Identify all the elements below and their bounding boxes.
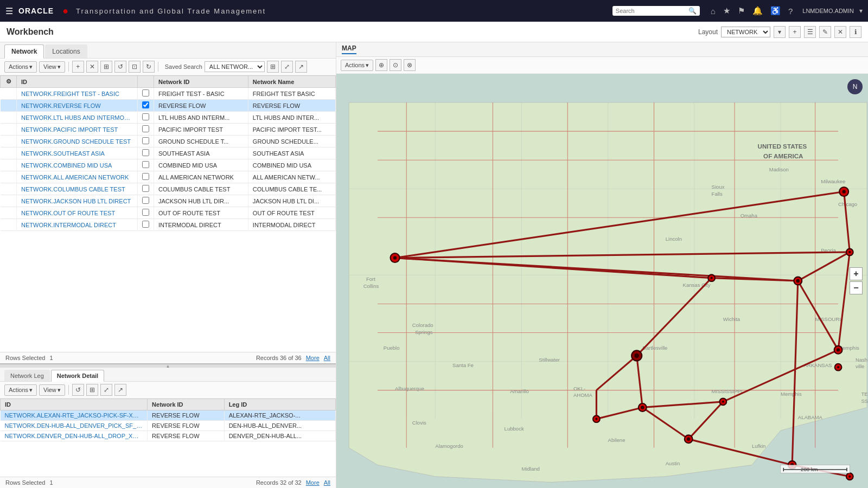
map-tool-1[interactable]: ⊕ [375,59,387,71]
table-row[interactable]: NETWORK.OUT OF ROUTE TEST OUT OF ROUTE T… [1,207,336,219]
hamburger-icon[interactable]: ☰ [5,6,13,16]
table-row[interactable]: NETWORK.INTERMODAL DIRECT INTERMODAL DIR… [1,219,336,231]
row-checkbox[interactable] [137,147,154,159]
save-button[interactable]: ↻ [143,61,155,73]
tab-network-detail[interactable]: Network Detail [51,370,104,382]
bottom-table-button[interactable]: ⊞ [86,384,98,396]
workbench-title: Workbench [7,27,54,37]
table-view-button[interactable]: ⊞ [267,61,279,73]
tab-locations[interactable]: Locations [45,44,87,58]
row-expand-icon [1,124,17,136]
right-panel: MAP Actions ▾ ⊕ ⊙ ⊗ [336,42,868,488]
add-layout-button[interactable]: + [789,26,801,38]
map-area[interactable]: UNITED STATES OF AMERICA Sioux Falls Mad… [336,74,868,488]
table-row[interactable]: NETWORK.ALEXAN-RTE_JACKSO-PICK-SF-XDxNE.… [1,410,336,421]
bottom-export-button[interactable]: ↗ [114,384,126,396]
table-row[interactable]: NETWORK.COLUMBUS CABLE TEST COLUMBUS CAB… [1,183,336,195]
export-button[interactable]: ↗ [295,61,307,73]
saved-search-select[interactable]: ALL NETWOR... [205,61,265,72]
svg-point-90 [848,251,851,253]
edit-button[interactable]: ⊞ [100,61,112,73]
table-row[interactable]: NETWORK.SOUTHEAST ASIA SOUTHEAST ASIA SO… [1,147,336,159]
row-checkbox[interactable] [137,219,154,231]
row-checkbox[interactable] [137,207,154,219]
row-network-id: OUT OF ROUTE TEST [154,207,248,219]
add-button[interactable]: + [72,61,84,73]
chevron-down-layout-icon[interactable]: ▾ [774,26,786,38]
bottom-more-link[interactable]: More [306,479,320,486]
table-row[interactable]: NETWORK.COMBINED MID USA COMBINED MID US… [1,159,336,171]
table-row[interactable]: NETWORK.ALL AMERICAN NETWORK ALL AMERICA… [1,171,336,183]
map-tab-label[interactable]: MAP [342,44,356,54]
row-expand-icon [1,100,17,112]
chevron-down-icon[interactable]: ▾ [859,7,863,15]
search-bar[interactable]: 🔍 [612,6,700,16]
row-checkbox[interactable] [137,159,154,171]
all-link[interactable]: All [324,355,330,361]
table-row[interactable]: NETWORK.LTL HUBS AND INTERMODAL LTL HUBS… [1,112,336,124]
row-network-name: FREIGHT TEST BASIC [248,88,335,100]
row-checkbox[interactable] [137,100,154,112]
row-network-name: GROUND SCHEDULE... [248,136,335,147]
map-actions-button[interactable]: Actions ▾ [341,60,373,71]
nav-icons: ⌂ ★ ⚑ 🔔 ♿ ? [711,6,793,16]
table-row[interactable]: NETWORK.DEN-HUB-ALL_DENVER_PICK_SF_XDx..… [1,421,336,431]
tab-network[interactable]: Network [4,44,44,59]
row-network-name: ALL AMERICAN NETW... [248,171,335,183]
zoom-in-button[interactable]: + [850,267,863,280]
svg-text:AHOMA: AHOMA [573,392,593,398]
search-input[interactable] [616,8,686,14]
row-id: NETWORK.SOUTHEAST ASIA [17,147,138,159]
row-checkbox[interactable] [137,124,154,136]
bottom-actions-button[interactable]: Actions ▾ [4,384,37,396]
tab-network-leg[interactable]: Network Leg [4,370,50,381]
col-header-icon: ⚙ [1,76,17,88]
table-row[interactable]: NETWORK.GROUND SCHEDULE TEST GROUND SCHE… [1,136,336,147]
actions-button[interactable]: Actions ▾ [4,61,37,73]
table-row[interactable]: NETWORK.JACKSON HUB LTL DIRECT JACKSON H… [1,195,336,207]
table-row[interactable]: NETWORK.PACIFIC IMPORT TEST PACIFIC IMPO… [1,124,336,136]
view-button[interactable]: View ▾ [39,61,65,73]
bell-icon[interactable]: 🔔 [752,6,763,16]
row-checkbox[interactable] [137,195,154,207]
home-icon[interactable]: ⌂ [711,7,716,16]
close-layout-button[interactable]: ✕ [834,26,846,38]
row-network-id: GROUND SCHEDULE T... [154,136,248,147]
map-tool-2[interactable]: ⊙ [390,59,401,71]
row-checkbox[interactable] [137,171,154,183]
row-checkbox[interactable] [137,136,154,147]
detach-button[interactable]: ⤢ [281,61,293,73]
copy-button[interactable]: ⊡ [129,61,141,73]
help-icon[interactable]: ? [788,7,793,16]
svg-text:ville: ville [856,363,864,369]
row-network-id: COMBINED MID USA [154,159,248,171]
table-row[interactable]: NETWORK.DENVER_DEN-HUB-ALL_DROP_XD_S... … [1,431,336,441]
svg-text:Madison: Madison [769,166,789,172]
star-icon[interactable]: ★ [723,6,730,16]
map-tool-3[interactable]: ⊗ [404,59,416,71]
layout-select[interactable]: NETWORK [721,27,770,37]
more-link[interactable]: More [306,355,320,361]
bottom-view-button[interactable]: View ▾ [39,384,65,396]
delete-button[interactable]: ✕ [86,61,98,73]
table-row[interactable]: NETWORK.FREIGHT TEST - BASIC FREIGHT TES… [1,88,336,100]
accessibility-icon[interactable]: ♿ [770,6,781,16]
row-checkbox[interactable] [137,112,154,124]
records-info: Records 36 of 36 [58,355,302,361]
svg-text:MISSISSIPPI: MISSISSIPPI [712,388,743,394]
bottom-detach-button[interactable]: ⤢ [100,384,112,396]
zoom-out-button[interactable]: − [850,281,863,294]
table-row[interactable]: NETWORK.REVERSE FLOW REVERSE FLOW REVERS… [1,100,336,112]
compass-button[interactable]: N [847,79,863,94]
list-layout-button[interactable]: ☰ [804,26,816,38]
row-network-id: REVERSE FLOW [154,100,248,112]
info-layout-button[interactable]: ℹ [850,26,861,38]
row-checkbox[interactable] [137,88,154,100]
bottom-refresh-button[interactable]: ↺ [72,384,84,396]
row-checkbox[interactable] [137,183,154,195]
edit-layout-button[interactable]: ✎ [819,26,831,38]
flag-icon[interactable]: ⚑ [738,6,745,16]
bottom-all-link[interactable]: All [324,479,330,486]
bottom-records-info: Records 32 of 32 [58,479,302,486]
undo-button[interactable]: ↺ [114,61,126,73]
